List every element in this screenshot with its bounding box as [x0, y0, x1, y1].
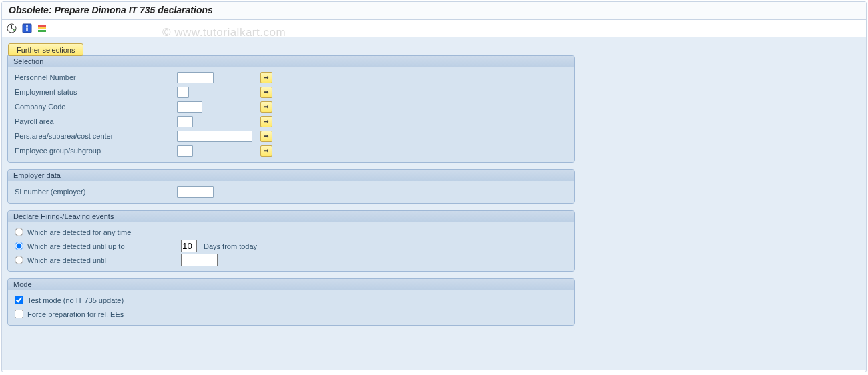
group-employer: Employer data SI number (employer): [7, 169, 575, 204]
svg-rect-9: [38, 30, 46, 32]
further-selections-button[interactable]: Further selections: [8, 43, 83, 56]
content-area: Further selections Selection Personnel N…: [2, 37, 866, 370]
group-selection: Further selections Selection Personnel N…: [7, 55, 575, 163]
field-label: Payroll area: [13, 117, 177, 125]
multiple-selection-button[interactable]: [260, 87, 272, 98]
multiple-selection-button[interactable]: [260, 116, 272, 127]
form-row: Employee group/subgroup: [13, 143, 569, 158]
page-title: Obsolete: Prepare Dimona IT 735 declarat…: [2, 2, 866, 20]
variant-icon[interactable]: [37, 23, 48, 34]
form-row: SI number (employer): [13, 184, 569, 199]
checkbox-label: Force preparation for rel. EEs: [27, 310, 124, 318]
multiple-selection-button[interactable]: [260, 72, 272, 83]
form-row: Company Code: [13, 99, 569, 114]
check-row: Test mode (no IT 735 update): [13, 293, 569, 307]
text-input[interactable]: [177, 116, 193, 127]
form-row: Employment status: [13, 85, 569, 99]
text-input[interactable]: [177, 87, 189, 98]
check-row: Force preparation for rel. EEs: [13, 307, 569, 321]
field-label: Company Code: [13, 103, 177, 111]
multiple-selection-button[interactable]: [260, 145, 272, 157]
form-row: Payroll area: [13, 114, 569, 129]
text-input[interactable]: [177, 101, 202, 113]
radio-option[interactable]: [15, 256, 23, 264]
text-input[interactable]: [177, 186, 214, 198]
text-input[interactable]: [177, 145, 193, 157]
text-input[interactable]: [177, 131, 252, 142]
radio-option[interactable]: [15, 228, 23, 236]
checkbox-label: Test mode (no IT 735 update): [27, 296, 124, 304]
svg-line-2: [12, 29, 15, 30]
field-label: Employee group/subgroup: [13, 147, 177, 155]
text-input[interactable]: [181, 240, 197, 252]
svg-rect-7: [38, 25, 46, 27]
toolbar: [2, 20, 866, 37]
group-declare: Declare Hiring-/Leaving events Which are…: [7, 210, 575, 272]
text-input[interactable]: [177, 72, 214, 83]
svg-rect-5: [26, 25, 27, 27]
radio-row: Which are detected until: [13, 253, 569, 267]
group-title-mode: Mode: [8, 279, 574, 290]
field-label: Employment status: [13, 88, 177, 96]
group-title-employer: Employer data: [8, 170, 574, 181]
field-label: SI number (employer): [13, 188, 177, 196]
svg-marker-3: [14, 29, 15, 31]
group-mode: Mode Test mode (no IT 735 update)Force p…: [7, 278, 575, 326]
text-input[interactable]: [181, 254, 218, 266]
multiple-selection-button[interactable]: [260, 131, 272, 142]
info-icon[interactable]: [21, 23, 33, 34]
radio-row: Which are detected for any time: [13, 225, 569, 239]
radio-label: Which are detected until: [27, 256, 106, 264]
svg-rect-6: [26, 28, 27, 32]
group-title-declare: Declare Hiring-/Leaving events: [8, 211, 574, 222]
radio-row: Which are detected until up toDays from …: [13, 239, 569, 253]
checkbox[interactable]: [15, 296, 23, 304]
field-label: Personnel Number: [13, 73, 177, 81]
execute-icon[interactable]: [6, 23, 17, 34]
group-title-selection: Selection: [8, 56, 574, 67]
field-label: Pers.area/subarea/cost center: [13, 132, 177, 140]
radio-option[interactable]: [15, 242, 23, 250]
form-row: Personnel Number: [13, 70, 569, 85]
checkbox[interactable]: [15, 310, 23, 318]
suffix-label: Days from today: [204, 242, 257, 250]
radio-label: Which are detected for any time: [27, 228, 131, 236]
svg-rect-8: [38, 27, 46, 29]
radio-label: Which are detected until up to: [27, 242, 125, 250]
multiple-selection-button[interactable]: [260, 101, 272, 113]
form-row: Pers.area/subarea/cost center: [13, 129, 569, 143]
